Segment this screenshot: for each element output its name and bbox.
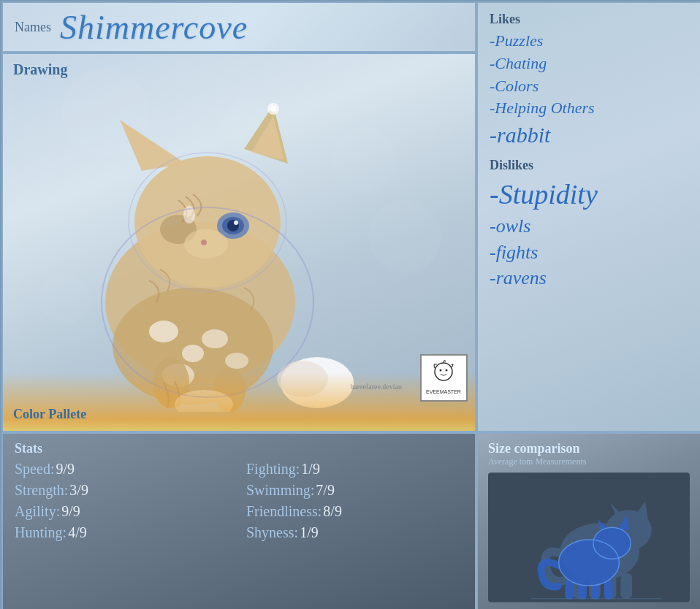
stat-shyness: Shyness:1/9 — [246, 524, 463, 541]
stat-hunting: Hunting:4/9 — [15, 524, 232, 541]
svg-point-31 — [446, 369, 448, 372]
stat-shyness-value: 1/9 — [300, 524, 319, 541]
stat-agility-label: Agility: — [15, 503, 60, 520]
stat-hunting-label: Hunting: — [15, 524, 66, 541]
stat-speed: Speed:9/9 — [15, 461, 232, 478]
svg-point-14 — [201, 240, 207, 245]
drawing-panel: Drawing — [1, 53, 476, 432]
header-panel: Names Shimmercove — [1, 1, 476, 53]
dislike-item-2: -owls — [490, 213, 688, 239]
stat-strength-label: Strength: — [15, 482, 68, 499]
color-pallete-label: Color Pallete — [13, 407, 86, 422]
stats-grid: Speed:9/9 Fighting:1/9 Strength:3/9 Swim… — [15, 461, 463, 541]
size-panel: Size comparison Average tom Measurements — [476, 432, 700, 609]
stat-hunting-value: 4/9 — [68, 524, 87, 541]
svg-rect-48 — [591, 579, 600, 600]
svg-point-7 — [270, 106, 276, 112]
stat-strength: Strength:3/9 — [15, 482, 232, 499]
likes-item-2: -Chating — [490, 53, 688, 75]
stat-shyness-label: Shyness: — [246, 524, 298, 541]
size-comparison-title: Size comparison — [488, 441, 690, 456]
watermark: hareefaree.devian — [350, 383, 402, 391]
size-comparison-subtitle: Average tom Measurements — [488, 456, 690, 467]
svg-point-16 — [149, 321, 178, 342]
stat-fighting-label: Fighting: — [246, 461, 300, 478]
svg-point-17 — [182, 345, 204, 362]
svg-rect-47 — [578, 579, 587, 600]
likes-item-1: -Puzzles — [490, 30, 688, 53]
stat-swimming: Swimming:7/9 — [246, 482, 463, 499]
likes-title: Likes — [490, 12, 688, 27]
likes-item-4: -Helping Others — [490, 97, 688, 120]
dislikes-title: Dislikes — [490, 158, 688, 173]
size-comparison-svg — [488, 472, 690, 603]
stat-fighting-value: 1/9 — [301, 461, 320, 478]
svg-point-12 — [234, 221, 238, 225]
sunset-glow — [3, 372, 475, 431]
stat-friendliness: Friendliness:8/9 — [246, 503, 463, 520]
svg-rect-41 — [620, 573, 632, 599]
stat-strength-value: 3/9 — [69, 482, 88, 499]
svg-point-18 — [202, 329, 228, 348]
stats-title: Stats — [15, 441, 463, 456]
stat-agility-value: 9/9 — [61, 503, 80, 520]
stat-friendliness-value: 8/9 — [323, 503, 342, 520]
stat-agility: Agility:9/9 — [15, 503, 232, 520]
svg-point-30 — [440, 369, 442, 372]
stat-friendliness-label: Friendliness: — [246, 503, 322, 520]
dislike-item-1: -Stupidity — [490, 176, 688, 213]
svg-text:EVEEMASTER: EVEEMASTER — [426, 389, 461, 394]
stats-panel: Stats Speed:9/9 Fighting:1/9 Strength:3/… — [1, 432, 476, 609]
artist-stamp: EVEEMASTER — [420, 354, 468, 402]
dislike-item-4: -ravens — [490, 265, 688, 291]
svg-marker-3 — [120, 120, 186, 171]
character-name: Shimmercove — [60, 8, 248, 47]
stat-speed-value: 9/9 — [56, 461, 75, 478]
stat-fighting: Fighting:1/9 — [246, 461, 463, 478]
stat-swimming-label: Swimming: — [246, 482, 314, 499]
stat-speed-label: Speed: — [15, 461, 54, 478]
svg-point-2 — [134, 156, 281, 288]
character-drawing — [18, 76, 441, 412]
stat-swimming-value: 7/9 — [316, 482, 335, 499]
names-label: Names — [15, 20, 51, 35]
main-container: Names Shimmercove Drawing — [0, 0, 700, 609]
likes-item-5: -rabbit — [490, 120, 688, 150]
svg-point-20 — [225, 353, 248, 369]
likes-panel: Likes -Puzzles -Chating -Colors -Helping… — [476, 1, 700, 432]
likes-item-3: -Colors — [490, 75, 688, 98]
dislike-item-3: -fights — [490, 240, 688, 265]
stamp-text: EVEEMASTER — [424, 357, 464, 399]
